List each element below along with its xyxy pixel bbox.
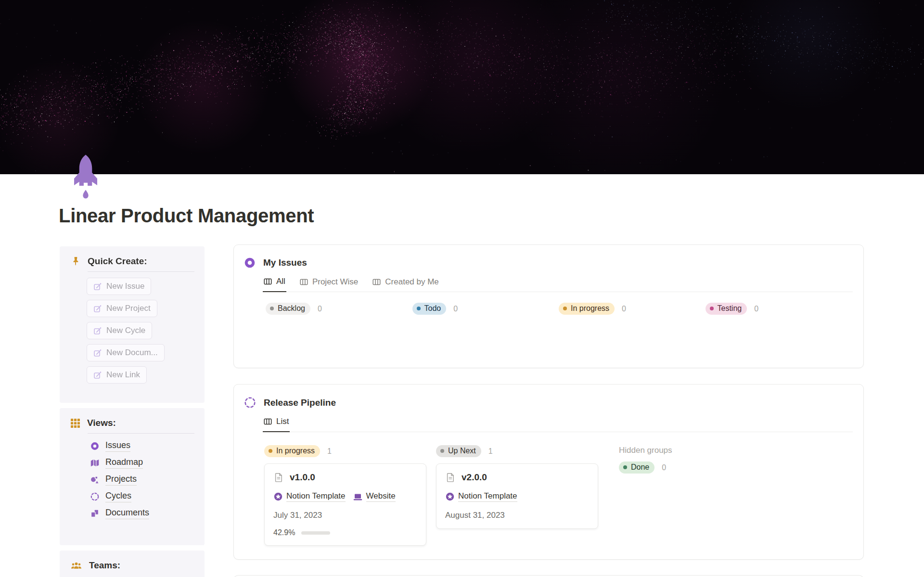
tab-list[interactable]: List [263, 415, 290, 432]
grid-icon [70, 418, 80, 428]
notion-page: Linear Product Management Quick Create: … [0, 0, 924, 577]
group-todo: Todo 0 [412, 303, 559, 315]
view-link-label: Roadmap [105, 457, 143, 469]
status-dot [269, 449, 272, 453]
compose-icon [93, 305, 102, 313]
pill-label: Done [631, 463, 649, 472]
pill-label: Up Next [448, 447, 476, 455]
status-pill-in-progress[interactable]: In progress [264, 445, 320, 457]
view-link-label: Documents [105, 508, 149, 519]
board-view-icon [372, 278, 381, 286]
pill-label: In progress [276, 447, 315, 455]
release-card-v1[interactable]: v1.0.0 Notion Template Website [264, 463, 426, 546]
new-document-button[interactable]: New Docum... [87, 344, 165, 361]
views-title: Views: [87, 418, 116, 428]
sidebar-item-documents[interactable]: Documents [90, 508, 149, 519]
sidebar-item-cycles[interactable]: Cycles [90, 491, 131, 502]
board-view-icon [264, 278, 272, 285]
tab-label: Project Wise [312, 277, 358, 287]
group-count: 0 [453, 305, 458, 313]
sidebar-item-roadmap[interactable]: Roadmap [90, 457, 143, 469]
link-website[interactable]: Website [353, 491, 396, 502]
donut-icon [244, 256, 256, 269]
my-issues-tabs: All Project Wise Created by Me [263, 275, 853, 292]
release-pipeline-columns: In progress 1 v1.0.0 Notion Template [234, 432, 863, 546]
teams-title: Teams: [89, 560, 120, 571]
document-icon [445, 472, 455, 483]
status-pill-testing[interactable]: Testing [706, 303, 747, 315]
column-header: Up Next 1 [436, 445, 598, 458]
release-card-links: Notion Template Website [273, 491, 417, 502]
banner-image [0, 0, 924, 174]
pill-label: Testing [718, 304, 742, 313]
release-card-links: Notion Template [445, 491, 589, 502]
pill-label: Todo [424, 304, 441, 313]
sidebar-item-issues[interactable]: Issues [90, 440, 130, 452]
shapes-icon [90, 475, 100, 485]
tab-project-wise[interactable]: Project Wise [299, 275, 359, 292]
group-testing: Testing 0 [706, 303, 852, 315]
status-pill-backlog[interactable]: Backlog [266, 303, 310, 315]
button-label: New Docum... [106, 348, 158, 358]
release-card-title-row: v1.0.0 [273, 472, 417, 483]
status-pill-in-progress[interactable]: In progress [559, 303, 615, 315]
tab-label: List [276, 417, 289, 426]
status-dot [270, 307, 274, 310]
donut-icon [90, 441, 100, 451]
star-badge-icon [273, 492, 283, 501]
star-badge-icon [445, 492, 455, 501]
dashed-circle-icon [90, 492, 100, 501]
release-card-v2[interactable]: v2.0.0 Notion Template August 31, 2023 [436, 463, 598, 529]
release-pipeline-header: Release Pipeline [234, 385, 863, 409]
group-count: 0 [662, 463, 666, 472]
compose-icon [93, 327, 102, 335]
status-pill-up-next[interactable]: Up Next [436, 445, 481, 457]
hidden-groups-label[interactable]: Hidden groups [608, 445, 770, 455]
views-list: Issues Roadmap Projects Cycles Documents [70, 440, 197, 519]
map-icon [90, 458, 100, 468]
teams-panel: Teams: [60, 551, 205, 577]
release-pipeline-title: Release Pipeline [264, 397, 336, 408]
views-header: Views: [70, 418, 197, 428]
my-issues-groups: Backlog 0 Todo 0 In progress 0 Testing 0 [234, 292, 863, 315]
link-notion-template[interactable]: Notion Template [273, 491, 346, 502]
dashed-circle-icon [244, 396, 257, 409]
my-issues-header: My Issues [234, 245, 863, 269]
new-link-button[interactable]: New Link [87, 366, 147, 384]
pushpin-icon [70, 256, 81, 267]
status-pill-done[interactable]: Done [619, 462, 654, 474]
view-link-label: Projects [105, 474, 137, 486]
pill-label: In progress [571, 304, 609, 313]
my-issues-card: My Issues All Project Wise Created by Me [233, 244, 864, 368]
group-count: 0 [318, 305, 322, 313]
pill-label: Backlog [278, 304, 305, 313]
new-project-button[interactable]: New Project [87, 300, 157, 317]
tab-all[interactable]: All [263, 275, 286, 292]
main-content: My Issues All Project Wise Created by Me [233, 244, 864, 577]
release-card-progress: 42.9% [273, 528, 417, 537]
quick-create-title: Quick Create: [88, 256, 147, 267]
status-dot [710, 307, 714, 310]
column-hidden-groups: Hidden groups Done 0 [608, 445, 770, 546]
sidebar: Quick Create: New Issue New Project New … [60, 246, 205, 577]
link-label: Notion Template [458, 491, 517, 502]
button-label: New Issue [106, 282, 144, 291]
progress-percent: 42.9% [273, 528, 295, 537]
status-dot [440, 449, 444, 453]
views-panel: Views: Issues Roadmap Projects C [60, 408, 205, 545]
tab-created-by-me[interactable]: Created by Me [372, 275, 440, 292]
view-link-label: Issues [105, 440, 130, 452]
divider [88, 433, 194, 434]
compose-icon [93, 371, 102, 379]
quick-create-header: Quick Create: [70, 256, 197, 267]
new-cycle-button[interactable]: New Cycle [87, 322, 152, 339]
pages-icon [90, 509, 100, 518]
people-icon [70, 561, 82, 570]
release-pipeline-card: Release Pipeline List In progress 1 [233, 384, 864, 560]
next-card-top [233, 575, 864, 577]
sidebar-item-projects[interactable]: Projects [90, 474, 137, 486]
new-issue-button[interactable]: New Issue [87, 278, 151, 295]
status-pill-todo[interactable]: Todo [412, 303, 447, 315]
link-notion-template[interactable]: Notion Template [445, 491, 517, 502]
compose-icon [93, 349, 102, 357]
